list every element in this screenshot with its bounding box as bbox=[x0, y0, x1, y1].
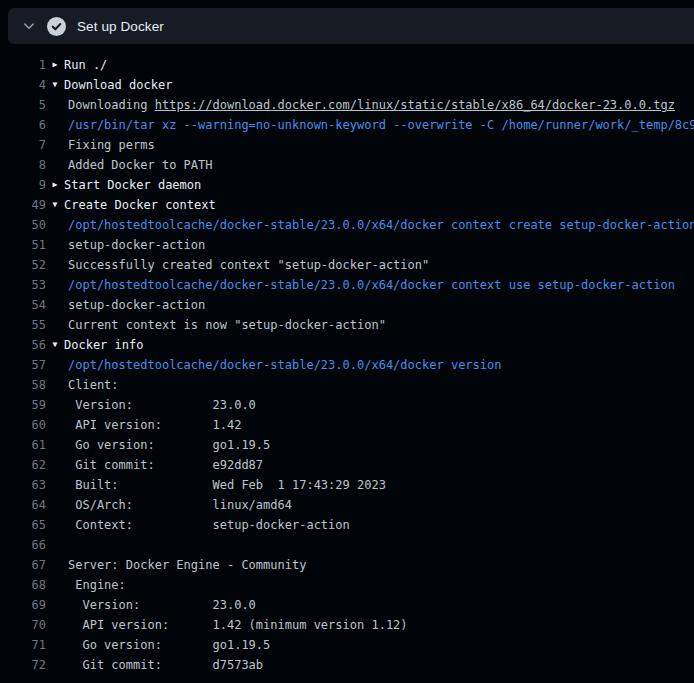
group-title: Start Docker daemon bbox=[64, 175, 201, 195]
log-text: Git commit: e92dd87 bbox=[68, 455, 263, 475]
log-line: 60 API version: 1.42 bbox=[0, 415, 694, 435]
line-number[interactable]: 9 bbox=[0, 175, 46, 195]
line-number[interactable]: 54 bbox=[0, 295, 46, 315]
line-gutter: ▼ bbox=[46, 335, 64, 355]
log-line[interactable]: 9▶Start Docker daemon bbox=[0, 175, 694, 195]
log-command-text: /opt/hostedtoolcache/docker-stable/23.0.… bbox=[68, 215, 694, 235]
line-gutter: ▼ bbox=[46, 75, 64, 95]
line-number[interactable]: 67 bbox=[0, 555, 46, 575]
log-command-text: /opt/hostedtoolcache/docker-stable/23.0.… bbox=[68, 275, 675, 295]
line-number[interactable]: 58 bbox=[0, 375, 46, 395]
line-number[interactable]: 63 bbox=[0, 475, 46, 495]
log-line[interactable]: 56▼Docker info bbox=[0, 335, 694, 355]
log-line[interactable]: 1▶Run ./ bbox=[0, 55, 694, 75]
line-gutter bbox=[46, 155, 64, 175]
triangle-down-icon[interactable]: ▼ bbox=[53, 201, 58, 209]
log-text: API version: 1.42 (minimum version 1.12) bbox=[68, 615, 408, 635]
line-number[interactable]: 59 bbox=[0, 395, 46, 415]
line-number[interactable]: 51 bbox=[0, 235, 46, 255]
line-gutter bbox=[46, 495, 64, 515]
line-number[interactable]: 8 bbox=[0, 155, 46, 175]
line-number[interactable]: 4 bbox=[0, 75, 46, 95]
log-line[interactable]: 4▼Download docker bbox=[0, 75, 694, 95]
log-text: API version: 1.42 bbox=[68, 415, 241, 435]
log-text: Current context is now "setup-docker-act… bbox=[68, 315, 386, 335]
log-text: Fixing perms bbox=[68, 135, 155, 155]
line-number[interactable]: 71 bbox=[0, 635, 46, 655]
line-number[interactable]: 68 bbox=[0, 575, 46, 595]
line-number[interactable]: 6 bbox=[0, 115, 46, 135]
line-gutter bbox=[46, 375, 64, 395]
group-title: Download docker bbox=[64, 75, 172, 95]
log-line: 72 Git commit: d7573ab bbox=[0, 655, 694, 675]
line-number[interactable]: 7 bbox=[0, 135, 46, 155]
line-gutter bbox=[46, 315, 64, 335]
log-line: 69 Version: 23.0.0 bbox=[0, 595, 694, 615]
line-number[interactable]: 57 bbox=[0, 355, 46, 375]
log-line[interactable]: 49▼Create Docker context bbox=[0, 195, 694, 215]
line-gutter bbox=[46, 595, 64, 615]
line-number[interactable]: 1 bbox=[0, 55, 46, 75]
line-gutter bbox=[46, 555, 64, 575]
line-gutter: ▼ bbox=[46, 195, 64, 215]
line-number[interactable]: 61 bbox=[0, 435, 46, 455]
line-number[interactable]: 72 bbox=[0, 655, 46, 675]
log-text: Built: Wed Feb 1 17:43:29 2023 bbox=[68, 475, 386, 495]
step-header[interactable]: Set up Docker bbox=[8, 8, 694, 44]
line-number[interactable]: 53 bbox=[0, 275, 46, 295]
log-line: 57/opt/hostedtoolcache/docker-stable/23.… bbox=[0, 355, 694, 375]
line-gutter bbox=[46, 515, 64, 535]
chevron-down-icon[interactable] bbox=[22, 19, 36, 33]
triangle-down-icon[interactable]: ▼ bbox=[53, 341, 58, 349]
log-line: 59 Version: 23.0.0 bbox=[0, 395, 694, 415]
log-line: 50/opt/hostedtoolcache/docker-stable/23.… bbox=[0, 215, 694, 235]
line-number[interactable]: 55 bbox=[0, 315, 46, 335]
triangle-right-icon[interactable]: ▶ bbox=[53, 61, 58, 69]
line-number[interactable]: 5 bbox=[0, 95, 46, 115]
log-text: Go version: go1.19.5 bbox=[68, 635, 270, 655]
log-line: 67Server: Docker Engine - Community bbox=[0, 555, 694, 575]
line-number[interactable]: 70 bbox=[0, 615, 46, 635]
log-line: 52Successfully created context "setup-do… bbox=[0, 255, 694, 275]
line-number[interactable]: 62 bbox=[0, 455, 46, 475]
log-text: Server: Docker Engine - Community bbox=[68, 555, 306, 575]
line-gutter bbox=[46, 455, 64, 475]
line-number[interactable]: 56 bbox=[0, 335, 46, 355]
log-line: 65 Context: setup-docker-action bbox=[0, 515, 694, 535]
line-gutter bbox=[46, 635, 64, 655]
log-text: setup-docker-action bbox=[68, 295, 205, 315]
triangle-down-icon[interactable]: ▼ bbox=[53, 81, 58, 89]
log-line: 5Downloading https://download.docker.com… bbox=[0, 95, 694, 115]
line-number[interactable]: 69 bbox=[0, 595, 46, 615]
line-number[interactable]: 49 bbox=[0, 195, 46, 215]
line-number[interactable]: 65 bbox=[0, 515, 46, 535]
log-line: 51setup-docker-action bbox=[0, 235, 694, 255]
line-number[interactable]: 52 bbox=[0, 255, 46, 275]
line-gutter: ▶ bbox=[46, 175, 64, 195]
line-gutter bbox=[46, 655, 64, 675]
log-link[interactable]: https://download.docker.com/linux/static… bbox=[155, 98, 675, 112]
log-line: 61 Go version: go1.19.5 bbox=[0, 435, 694, 455]
log-text: Version: 23.0.0 bbox=[68, 395, 256, 415]
log-line: 54setup-docker-action bbox=[0, 295, 694, 315]
actions-log-panel: Set up Docker 1▶Run ./4▼Download docker5… bbox=[0, 0, 694, 683]
log-text: Git commit: d7573ab bbox=[68, 655, 263, 675]
log-text: Go version: go1.19.5 bbox=[68, 435, 270, 455]
line-number[interactable]: 64 bbox=[0, 495, 46, 515]
log-line: 71 Go version: go1.19.5 bbox=[0, 635, 694, 655]
log-line: 62 Git commit: e92dd87 bbox=[0, 455, 694, 475]
line-number[interactable]: 50 bbox=[0, 215, 46, 235]
line-gutter bbox=[46, 355, 64, 375]
triangle-right-icon[interactable]: ▶ bbox=[53, 181, 58, 189]
line-gutter bbox=[46, 435, 64, 455]
line-gutter bbox=[46, 395, 64, 415]
log-text: Version: 23.0.0 bbox=[68, 595, 256, 615]
log-line: 53/opt/hostedtoolcache/docker-stable/23.… bbox=[0, 275, 694, 295]
log-line: 6/usr/bin/tar xz --warning=no-unknown-ke… bbox=[0, 115, 694, 135]
line-gutter bbox=[46, 415, 64, 435]
log-line: 66 bbox=[0, 535, 694, 555]
line-number[interactable]: 60 bbox=[0, 415, 46, 435]
line-number[interactable]: 66 bbox=[0, 535, 46, 555]
log-line: 68 Engine: bbox=[0, 575, 694, 595]
step-title: Set up Docker bbox=[77, 19, 164, 34]
